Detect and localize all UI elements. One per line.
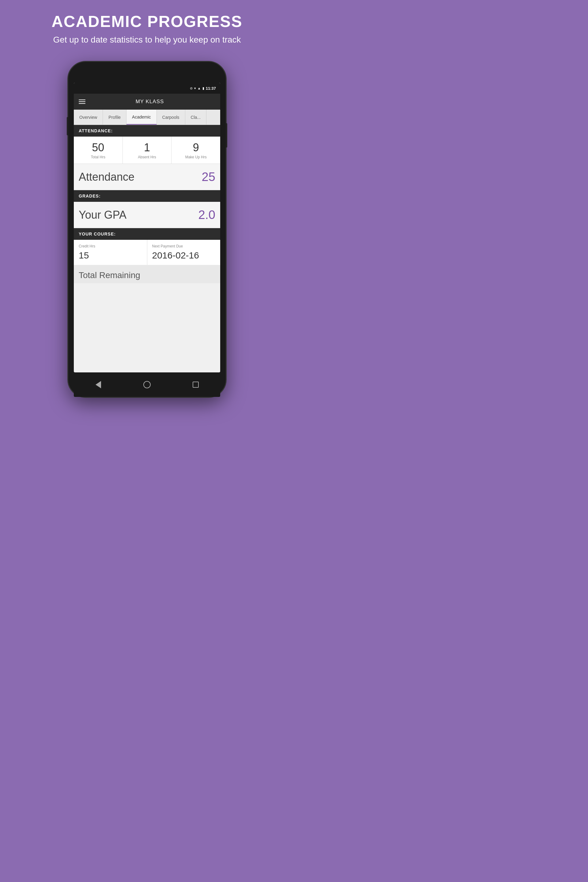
attendance-score: 25 — [202, 170, 216, 184]
gpa-label: Your GPA — [79, 208, 126, 221]
phone-shell: ⊘ ▾ ▲ ▮ 11:37 MY KLASS Overview — [68, 61, 226, 398]
total-remaining-label: Total Remaining — [79, 270, 140, 280]
credit-hrs-value: 15 — [79, 250, 142, 261]
app-title: MY KLASS — [136, 99, 164, 105]
tab-profile[interactable]: Profile — [103, 110, 126, 125]
back-icon — [96, 381, 101, 388]
page-header: ACADEMIC PROGRESS Get up to date statist… — [45, 0, 248, 52]
hamburger-line-1 — [79, 99, 86, 100]
next-payment-cell: Next Payment Due 2016-02-16 — [147, 240, 220, 265]
volume-button — [67, 117, 68, 135]
nav-back-button[interactable] — [94, 380, 103, 389]
makeup-hrs-label: Make Up Hrs — [185, 155, 207, 159]
no-sim-icon: ⊘ — [190, 86, 193, 90]
status-time: 11:37 — [206, 86, 216, 91]
attendance-label: Attendance — [79, 171, 135, 183]
absent-hrs-label: Absent Hrs — [138, 155, 156, 159]
total-hrs-value: 50 — [92, 142, 104, 153]
attendance-stats-row: 50 Total Hrs 1 Absent Hrs 9 Make Up Hrs — [74, 136, 220, 164]
attendance-section-header: ATTENDANCE: — [74, 125, 220, 136]
gpa-value: 2.0 — [198, 208, 215, 222]
page-subtitle: Get up to date statistics to help you ke… — [51, 34, 242, 46]
attendance-header-text: ATTENDANCE: — [79, 128, 113, 133]
course-header-text: YOUR COURSE: — [79, 231, 116, 236]
total-hrs-label: Total Hrs — [91, 155, 105, 159]
course-row: Credit Hrs 15 Next Payment Due 2016-02-1… — [74, 240, 220, 265]
hamburger-line-3 — [79, 103, 86, 104]
grades-header-text: GRADES: — [79, 194, 101, 198]
wifi-icon: ▾ — [194, 86, 196, 90]
page-title: ACADEMIC PROGRESS — [51, 12, 242, 31]
power-button — [226, 123, 227, 148]
tab-overview[interactable]: Overview — [74, 110, 103, 125]
gpa-row: Your GPA 2.0 — [74, 202, 220, 228]
signal-icon: ▲ — [198, 86, 201, 90]
attendance-row: Attendance 25 — [74, 164, 220, 190]
absent-hrs-value: 1 — [144, 142, 150, 153]
course-section-header: YOUR COURSE: — [74, 228, 220, 240]
nav-recents-button[interactable] — [191, 380, 200, 389]
status-icons: ⊘ ▾ ▲ ▮ 11:37 — [190, 86, 216, 91]
hamburger-menu-icon[interactable] — [79, 99, 86, 104]
total-remaining-partial: Total Remaining — [74, 265, 220, 283]
makeup-hrs-value: 9 — [193, 142, 199, 153]
app-bar: MY KLASS — [74, 94, 220, 110]
hamburger-lines — [79, 99, 86, 104]
recents-icon — [193, 382, 199, 388]
tab-academic[interactable]: Academic — [126, 110, 156, 125]
grades-section-header: GRADES: — [74, 190, 220, 202]
main-content: ATTENDANCE: 50 Total Hrs 1 Absent Hrs 9 … — [74, 125, 220, 283]
absent-hrs-cell: 1 Absent Hrs — [123, 136, 172, 164]
tabs-container: Overview Profile Academic Carpools Cla..… — [74, 110, 220, 125]
credit-hrs-cell: Credit Hrs 15 — [74, 240, 147, 265]
hamburger-line-2 — [79, 101, 86, 102]
total-hrs-cell: 50 Total Hrs — [74, 136, 123, 164]
makeup-hrs-cell: 9 Make Up Hrs — [171, 136, 220, 164]
tab-carpools[interactable]: Carpools — [157, 110, 185, 125]
credit-hrs-label: Credit Hrs — [79, 244, 142, 248]
battery-icon: ▮ — [202, 86, 204, 90]
nav-home-button[interactable] — [142, 380, 152, 389]
phone-bottom-bar — [74, 372, 220, 397]
status-bar: ⊘ ▾ ▲ ▮ 11:37 — [74, 82, 220, 94]
next-payment-label: Next Payment Due — [152, 244, 216, 248]
phone-screen: ⊘ ▾ ▲ ▮ 11:37 MY KLASS Overview — [74, 82, 220, 372]
tab-cla[interactable]: Cla... — [185, 110, 207, 125]
next-payment-value: 2016-02-16 — [152, 250, 216, 261]
home-icon — [143, 381, 151, 388]
